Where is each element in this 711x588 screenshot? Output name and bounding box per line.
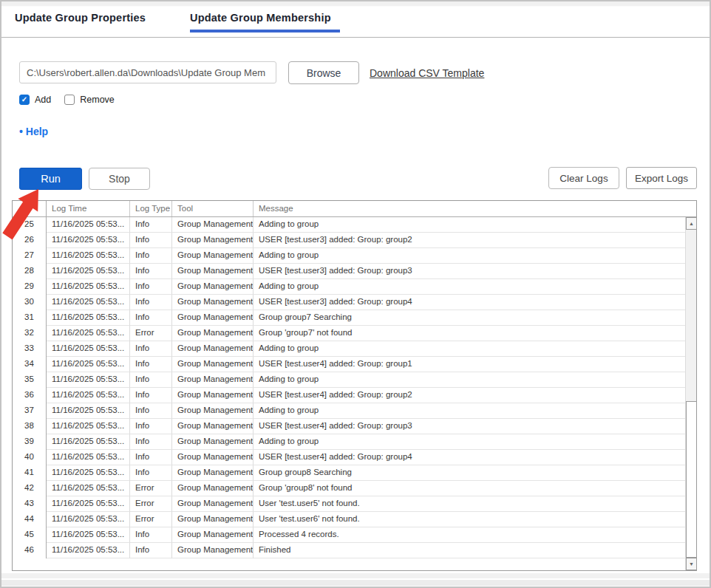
- tab-separator-line: [1, 37, 710, 38]
- log-time-cell: 11/16/2025 05:53...: [47, 295, 130, 310]
- log-type-cell: Info: [130, 372, 172, 388]
- row-number: 39: [13, 434, 47, 450]
- table-row[interactable]: 28 11/16/2025 05:53... Info Group Manage…: [13, 264, 685, 279]
- tool-cell: Group Management: [172, 527, 254, 543]
- log-type-cell: Info: [130, 419, 172, 434]
- table-body: 25 11/16/2025 05:53... Info Group Manage…: [13, 217, 685, 570]
- table-row[interactable]: 36 11/16/2025 05:53... Info Group Manage…: [13, 388, 685, 403]
- table-row[interactable]: 30 11/16/2025 05:53... Info Group Manage…: [13, 295, 685, 310]
- tool-cell: Group Management: [172, 233, 254, 248]
- row-number: 38: [13, 419, 47, 434]
- membership-options: ✓ Add Remove: [19, 95, 115, 105]
- row-number: 29: [13, 279, 47, 295]
- log-time-cell: 11/16/2025 05:53...: [47, 543, 130, 558]
- tool-cell: Group Management: [172, 403, 254, 419]
- table-row[interactable]: 25 11/16/2025 05:53... Info Group Manage…: [13, 217, 685, 233]
- log-type-cell: Info: [130, 527, 172, 543]
- tool-cell: Group Management: [172, 295, 254, 310]
- row-number: 26: [13, 233, 47, 248]
- remove-checkbox[interactable]: Remove: [64, 95, 115, 105]
- row-number: 43: [13, 496, 47, 512]
- scroll-up-icon[interactable]: ▲: [686, 217, 697, 230]
- message-cell: Adding to group: [254, 279, 685, 295]
- browse-button[interactable]: Browse: [288, 61, 359, 84]
- app-window: Update Group Properties Update Group Mem…: [0, 0, 711, 588]
- row-number: 27: [13, 248, 47, 264]
- table-row[interactable]: 37 11/16/2025 05:53... Info Group Manage…: [13, 403, 685, 419]
- table-row[interactable]: 34 11/16/2025 05:53... Info Group Manage…: [13, 357, 685, 372]
- run-button[interactable]: Run: [19, 168, 82, 190]
- table-row[interactable]: 29 11/16/2025 05:53... Info Group Manage…: [13, 279, 685, 295]
- table-row[interactable]: 46 11/16/2025 05:53... Info Group Manage…: [13, 543, 685, 558]
- column-header-rownum[interactable]: [13, 201, 47, 216]
- row-number: 37: [13, 403, 47, 419]
- table-row[interactable]: 43 11/16/2025 05:53... Error Group Manag…: [13, 496, 685, 512]
- log-type-cell: Info: [130, 357, 172, 372]
- table-row[interactable]: 44 11/16/2025 05:53... Error Group Manag…: [13, 512, 685, 527]
- message-cell: USER [test.user3] added: Group: group3: [254, 264, 685, 279]
- log-type-cell: Error: [130, 512, 172, 527]
- tab-label: Update Group Properties: [15, 12, 146, 24]
- tool-cell: Group Management: [172, 496, 254, 512]
- log-type-cell: Error: [130, 496, 172, 512]
- message-cell: USER [test.user4] added: Group: group4: [254, 450, 685, 465]
- table-row[interactable]: 40 11/16/2025 05:53... Info Group Manage…: [13, 450, 685, 465]
- row-number: 25: [13, 217, 47, 233]
- table-row[interactable]: 27 11/16/2025 05:53... Info Group Manage…: [13, 248, 685, 264]
- message-cell: USER [test.user3] added: Group: group4: [254, 295, 685, 310]
- table-row[interactable]: 38 11/16/2025 05:53... Info Group Manage…: [13, 419, 685, 434]
- row-number: 46: [13, 543, 47, 558]
- row-number: 35: [13, 372, 47, 388]
- add-checkbox[interactable]: ✓ Add: [19, 95, 51, 105]
- row-number: 36: [13, 388, 47, 403]
- log-time-cell: 11/16/2025 05:53...: [47, 326, 130, 341]
- log-time-cell: 11/16/2025 05:53...: [47, 372, 130, 388]
- scrollbar-thumb[interactable]: [686, 401, 697, 558]
- table-row[interactable]: 32 11/16/2025 05:53... Error Group Manag…: [13, 326, 685, 341]
- log-time-cell: 11/16/2025 05:53...: [47, 481, 130, 496]
- log-time-cell: 11/16/2025 05:53...: [47, 512, 130, 527]
- column-header-tool[interactable]: Tool: [172, 201, 254, 216]
- column-header-log-type[interactable]: Log Type: [130, 201, 172, 216]
- message-cell: USER [test.user4] added: Group: group2: [254, 388, 685, 403]
- table-row[interactable]: 33 11/16/2025 05:53... Info Group Manage…: [13, 341, 685, 357]
- add-checkbox-box: ✓: [19, 95, 30, 105]
- log-type-cell: Info: [130, 341, 172, 357]
- table-row[interactable]: 41 11/16/2025 05:53... Info Group Manage…: [13, 465, 685, 481]
- message-cell: USER [test.user3] added: Group: group2: [254, 233, 685, 248]
- add-checkbox-label: Add: [35, 95, 51, 105]
- tool-cell: Group Management: [172, 279, 254, 295]
- tool-cell: Group Management: [172, 434, 254, 450]
- log-type-cell: Info: [130, 450, 172, 465]
- tool-cell: Group Management: [172, 357, 254, 372]
- column-header-log-time[interactable]: Log Time: [47, 201, 130, 216]
- table-row[interactable]: 42 11/16/2025 05:53... Error Group Manag…: [13, 481, 685, 496]
- message-cell: User 'test.user5' not found.: [254, 496, 685, 512]
- table-scrollbar[interactable]: ▲ ▼: [685, 217, 696, 570]
- export-logs-button[interactable]: Export Logs: [626, 167, 697, 189]
- table-row[interactable]: 39 11/16/2025 05:53... Info Group Manage…: [13, 434, 685, 450]
- tab-update-group-properties[interactable]: Update Group Properties: [15, 12, 146, 33]
- tool-cell: Group Management: [172, 264, 254, 279]
- stop-button[interactable]: Stop: [89, 168, 150, 190]
- table-row[interactable]: 35 11/16/2025 05:53... Info Group Manage…: [13, 372, 685, 388]
- clear-logs-button[interactable]: Clear Logs: [548, 167, 619, 189]
- csv-file-path-input[interactable]: [19, 61, 276, 83]
- log-time-cell: 11/16/2025 05:53...: [47, 264, 130, 279]
- download-csv-template-link[interactable]: Download CSV Template: [370, 67, 484, 79]
- row-number: 32: [13, 326, 47, 341]
- table-row[interactable]: 31 11/16/2025 05:53... Info Group Manage…: [13, 310, 685, 326]
- table-row[interactable]: 45 11/16/2025 05:53... Info Group Manage…: [13, 527, 685, 543]
- column-header-message[interactable]: Message: [254, 201, 696, 216]
- help-link[interactable]: • Help: [19, 126, 48, 137]
- tab-update-group-membership[interactable]: Update Group Membership: [190, 12, 331, 33]
- tool-cell: Group Management: [172, 512, 254, 527]
- message-cell: USER [test.user4] added: Group: group3: [254, 419, 685, 434]
- tool-cell: Group Management: [172, 465, 254, 481]
- message-cell: Group group8 Searching: [254, 465, 685, 481]
- table-row[interactable]: 26 11/16/2025 05:53... Info Group Manage…: [13, 233, 685, 248]
- message-cell: Adding to group: [254, 217, 685, 233]
- tool-cell: Group Management: [172, 372, 254, 388]
- scroll-down-icon[interactable]: ▼: [686, 558, 697, 570]
- tool-cell: Group Management: [172, 248, 254, 264]
